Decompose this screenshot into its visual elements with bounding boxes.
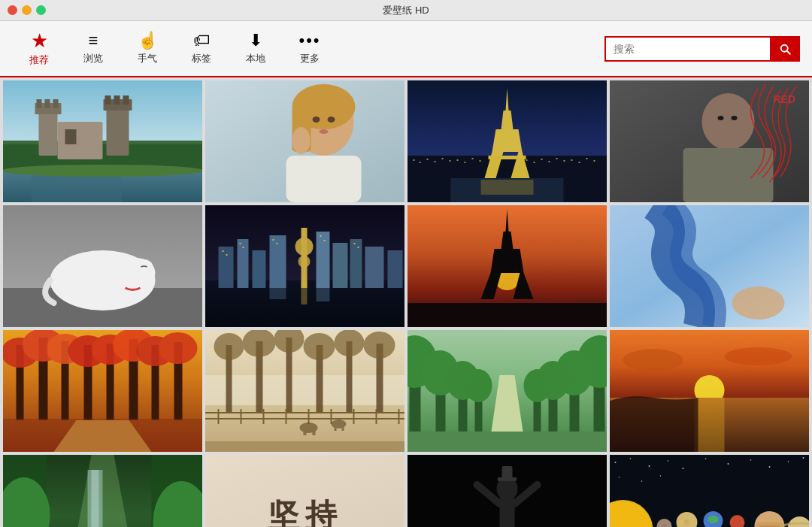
svg-rect-94: [317, 283, 330, 301]
svg-rect-12: [105, 95, 111, 104]
nav-item-local[interactable]: ⬇ 本地: [229, 20, 283, 77]
svg-point-22: [313, 117, 320, 123]
svg-rect-54: [489, 156, 526, 159]
app-title-text: 爱壁纸 HD: [383, 5, 429, 16]
svg-rect-46: [579, 162, 580, 163]
svg-rect-86: [273, 239, 274, 241]
svg-rect-31: [427, 159, 429, 160]
svg-point-24: [320, 129, 329, 134]
nav-label-tags: 标签: [192, 52, 211, 65]
search-button[interactable]: [770, 36, 800, 62]
nav-label-recommend: 推荐: [29, 53, 49, 67]
svg-point-58: [702, 93, 755, 150]
svg-point-67: [135, 259, 153, 274]
svg-marker-51: [492, 129, 523, 152]
nav-label-gesture: 手气: [138, 52, 157, 65]
svg-rect-45: [571, 159, 573, 161]
svg-rect-47: [586, 158, 588, 159]
svg-rect-44: [564, 160, 565, 162]
search-input[interactable]: [604, 36, 770, 62]
nav-item-recommend[interactable]: ★ 推荐: [12, 20, 66, 77]
svg-rect-126: [205, 375, 404, 405]
svg-point-214: [641, 480, 643, 482]
svg-point-230: [684, 519, 690, 525]
nav-item-gesture[interactable]: ☝ 手气: [120, 20, 174, 77]
svg-point-209: [750, 459, 752, 461]
grid-cell-10[interactable]: [205, 330, 404, 452]
browse-icon: ≡: [89, 32, 98, 49]
svg-rect-81: [388, 250, 403, 288]
grid-cell-7[interactable]: [408, 205, 607, 327]
svg-point-211: [788, 461, 789, 462]
svg-rect-14: [123, 95, 129, 104]
grid-cell-2[interactable]: [205, 80, 404, 202]
svg-rect-59: [683, 148, 774, 202]
svg-rect-190: [92, 470, 99, 527]
nav-item-browse[interactable]: ≡ 浏览: [66, 20, 120, 77]
svg-rect-87: [277, 243, 278, 244]
svg-point-203: [630, 458, 632, 459]
svg-rect-79: [350, 239, 362, 288]
svg-rect-43: [556, 158, 558, 159]
svg-rect-9: [65, 129, 77, 144]
svg-rect-7: [53, 99, 59, 108]
grid-cell-14[interactable]: 坚持: [205, 455, 404, 527]
search-area: [604, 36, 800, 62]
svg-point-221: [708, 516, 719, 523]
svg-point-138: [364, 332, 395, 359]
svg-rect-6: [45, 99, 50, 108]
download-icon: ⬇: [249, 32, 262, 49]
svg-point-208: [728, 463, 729, 465]
svg-rect-97: [408, 303, 607, 327]
svg-rect-37: [472, 158, 474, 159]
grid-cell-4[interactable]: RED: [610, 80, 809, 202]
svg-point-202: [615, 462, 617, 463]
svg-point-62: [732, 116, 738, 120]
grid-cell-1[interactable]: [3, 80, 202, 202]
grid-cell-12[interactable]: [610, 330, 809, 452]
svg-point-204: [649, 465, 650, 467]
minimize-button[interactable]: [22, 5, 32, 15]
svg-point-137: [335, 330, 365, 356]
svg-rect-93: [270, 284, 286, 299]
close-button[interactable]: [8, 5, 17, 15]
jichi-text: 坚持: [268, 495, 343, 527]
svg-rect-84: [240, 243, 241, 244]
nav-item-more[interactable]: ••• 更多: [283, 20, 337, 77]
svg-rect-151: [304, 429, 307, 435]
svg-point-26: [292, 127, 311, 154]
svg-rect-85: [243, 247, 244, 248]
grid-cell-16[interactable]: [610, 455, 809, 527]
grid-cell-6[interactable]: [205, 205, 404, 327]
svg-point-212: [803, 457, 804, 459]
grid-cell-5[interactable]: [3, 205, 202, 327]
svg-rect-82: [223, 250, 224, 252]
king-of-pop-overlay: King of Pop: [408, 455, 607, 527]
grid-cell-15[interactable]: King of Pop: [408, 455, 607, 527]
tags-icon: 🏷: [193, 32, 210, 49]
star-icon: ★: [31, 31, 48, 50]
search-icon: [778, 42, 792, 56]
toolbar: ★ 推荐 ≡ 浏览 ☝ 手气 🏷 标签 ⬇ 本地 ••• 更多: [0, 21, 812, 77]
grid-cell-13[interactable]: [3, 455, 202, 527]
grid-cell-8[interactable]: [610, 205, 809, 327]
grid-cell-11[interactable]: [408, 330, 607, 452]
svg-rect-5: [37, 99, 42, 108]
svg-rect-90: [354, 243, 356, 244]
svg-rect-175: [408, 432, 607, 452]
grid-cell-3[interactable]: [408, 80, 607, 202]
jichi-overlay: 坚持: [205, 455, 404, 527]
svg-rect-38: [480, 160, 481, 162]
svg-point-179: [623, 349, 683, 371]
svg-rect-74: [238, 239, 249, 288]
svg-rect-3: [39, 111, 58, 156]
nav-item-tags[interactable]: 🏷 标签: [174, 20, 229, 77]
svg-point-17: [3, 165, 202, 177]
maximize-button[interactable]: [36, 5, 46, 15]
svg-point-215: [660, 475, 661, 476]
svg-rect-78: [333, 243, 348, 288]
grid-cell-9[interactable]: [3, 330, 202, 452]
svg-text:RED: RED: [774, 93, 796, 105]
nav-label-browse: 浏览: [83, 52, 103, 65]
svg-point-174: [524, 369, 551, 402]
